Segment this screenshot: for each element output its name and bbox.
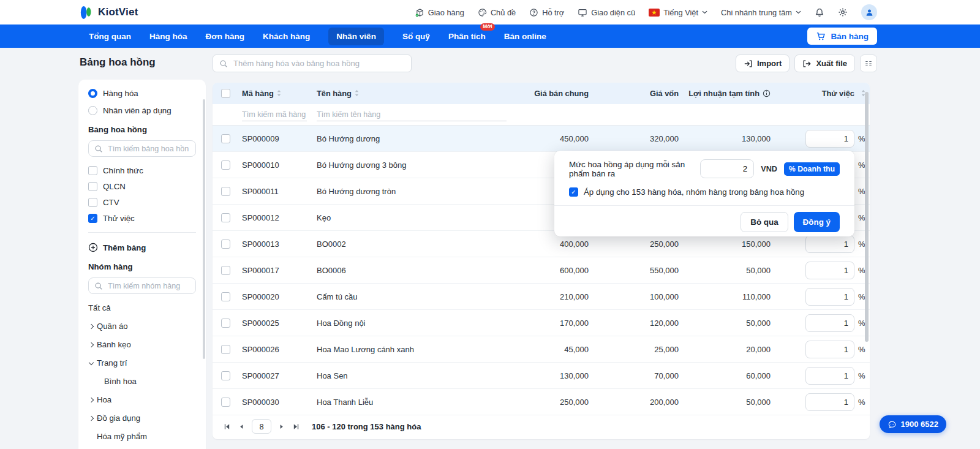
product-group-search[interactable] (88, 277, 196, 294)
unit-vnd-option[interactable]: VND (761, 165, 777, 173)
nav-tab[interactable]: Bán online (504, 28, 546, 45)
column-settings-button[interactable] (860, 55, 877, 72)
select-all-checkbox[interactable] (221, 89, 230, 98)
add-product-search[interactable] (213, 55, 412, 72)
nav-tab[interactable]: Đơn hàng (206, 28, 245, 45)
row-checkbox[interactable] (221, 160, 230, 170)
kiotviet-logo-icon (78, 5, 94, 20)
commission-rate-input[interactable] (805, 288, 854, 306)
checkbox-icon[interactable] (88, 214, 97, 223)
current-page[interactable]: 8 (252, 419, 271, 434)
col-header-code[interactable]: Mã hàng (237, 89, 317, 98)
sort-icon[interactable] (276, 89, 282, 97)
checkbox-icon[interactable] (88, 198, 97, 207)
product-group-item[interactable]: Trang trí (88, 358, 196, 368)
row-checkbox[interactable] (221, 319, 230, 328)
product-name: Kẹo (317, 213, 524, 222)
commission-table-filter[interactable]: QLCN (88, 182, 196, 191)
commission-table-filter[interactable]: Chính thức (88, 166, 196, 175)
product-group-search-input[interactable] (107, 281, 190, 291)
branch-selector[interactable]: Chi nhánh trung tâm (721, 8, 801, 17)
product-group-item[interactable]: Bình hoa (88, 377, 196, 386)
nav-tab[interactable]: Hàng hóa (149, 28, 187, 45)
apply-all-checkbox[interactable] (569, 187, 578, 197)
add-product-search-input[interactable] (232, 58, 405, 69)
view-mode-radio[interactable]: Hàng hóa (88, 89, 196, 98)
next-page-button[interactable] (277, 422, 285, 431)
cancel-button[interactable]: Bỏ qua (741, 212, 788, 232)
commission-rate-input[interactable] (805, 393, 854, 411)
product-group-item[interactable]: Hoa (88, 395, 196, 404)
nav-tab[interactable]: Sổ quỹ (402, 28, 430, 45)
commission-rate-input[interactable] (805, 367, 854, 385)
sell-button[interactable]: Bán hàng (807, 28, 877, 45)
apply-all-row[interactable]: Áp dụng cho 153 hàng hóa, nhóm hàng tron… (569, 187, 840, 197)
product-group-item[interactable]: Tất cả (88, 303, 196, 312)
import-button[interactable]: Import (736, 55, 790, 72)
product-group-item[interactable]: Hóa mỹ phẩm (88, 432, 196, 441)
commission-rate-input[interactable] (805, 130, 854, 148)
commission-table-search[interactable] (88, 140, 196, 157)
topbar-menu-item[interactable]: Giao hàng (415, 8, 464, 17)
commission-rate-input[interactable] (805, 262, 854, 279)
col-header-trial[interactable]: Thử việc (771, 89, 854, 98)
product-group-item[interactable]: Đồ gia dụng (88, 413, 196, 423)
profit-value: 110,000 (679, 292, 771, 301)
confirm-button[interactable]: Đồng ý (794, 212, 840, 232)
sort-icon[interactable] (354, 89, 360, 97)
first-page-button[interactable] (222, 422, 232, 431)
product-group-item[interactable]: Bánh kẹo (88, 340, 196, 349)
commission-table-filter[interactable]: Thử việc (88, 214, 196, 223)
language-selector[interactable]: Tiếng Việt (649, 8, 707, 17)
popover-rate-input[interactable] (700, 159, 754, 178)
radio-icon[interactable] (88, 106, 97, 115)
nav-tab[interactable]: Tổng quan (89, 28, 131, 45)
main-nav: Tổng quan Hàng hóa Đơn hàng Khách hàng N… (0, 25, 980, 48)
row-checkbox[interactable] (221, 266, 230, 275)
code-filter-input[interactable] (242, 108, 307, 121)
hotline-button[interactable]: 1900 6522 (880, 415, 946, 433)
product-code: SP000009 (237, 134, 317, 143)
row-checkbox[interactable] (221, 371, 230, 380)
topbar-menu-item[interactable]: Giao diện cũ (578, 8, 635, 17)
row-checkbox[interactable] (221, 240, 230, 249)
table-scrollbar[interactable] (865, 92, 869, 342)
checkbox-icon[interactable] (88, 182, 97, 191)
view-mode-radio[interactable]: Nhân viên áp dụng (88, 106, 196, 115)
page-title: Bảng hoa hồng (80, 56, 156, 69)
checkbox-icon[interactable] (88, 166, 97, 175)
topbar-menu-item[interactable]: Hỗ trợ (529, 8, 564, 17)
topbar-menu-item[interactable]: Chủ đề (478, 8, 516, 17)
row-checkbox[interactable] (221, 292, 230, 301)
commission-rate-input[interactable] (805, 314, 854, 332)
sale-price: 210,000 (524, 292, 589, 301)
row-checkbox[interactable] (221, 213, 230, 222)
product-group-item[interactable]: Quần áo (88, 322, 196, 331)
previous-page-button[interactable] (238, 422, 246, 431)
row-checkbox[interactable] (221, 134, 230, 143)
notifications-button[interactable] (815, 7, 824, 18)
name-filter-input[interactable] (317, 108, 507, 121)
commission-rate-input[interactable] (805, 341, 854, 358)
row-checkbox[interactable] (221, 187, 230, 196)
settings-button[interactable] (838, 7, 848, 17)
user-avatar[interactable] (861, 4, 877, 20)
radio-icon[interactable] (88, 89, 97, 98)
nav-tab[interactable]: Khách hàng (263, 28, 310, 45)
add-table-button[interactable]: Thêm bảng (88, 243, 196, 252)
last-page-button[interactable] (292, 422, 301, 431)
unit-percent-option[interactable]: % Doanh thu (784, 162, 840, 176)
info-icon[interactable] (763, 89, 771, 97)
col-header-name[interactable]: Tên hàng (317, 89, 524, 98)
nav-tab[interactable]: Phân tích Mới (448, 28, 486, 45)
nav-tab[interactable]: Nhân viên (328, 28, 384, 45)
sidebar-scrollbar[interactable] (203, 99, 205, 359)
export-button[interactable]: Xuất file (794, 55, 855, 72)
commission-table-filter[interactable]: CTV (88, 198, 196, 207)
row-checkbox[interactable] (221, 398, 230, 407)
commission-rate-input[interactable] (805, 235, 854, 253)
commission-table-search-input[interactable] (107, 144, 190, 154)
row-checkbox[interactable] (221, 345, 230, 354)
product-code: SP000025 (237, 319, 317, 328)
kiotviet-logo[interactable]: KiotViet (78, 5, 138, 20)
